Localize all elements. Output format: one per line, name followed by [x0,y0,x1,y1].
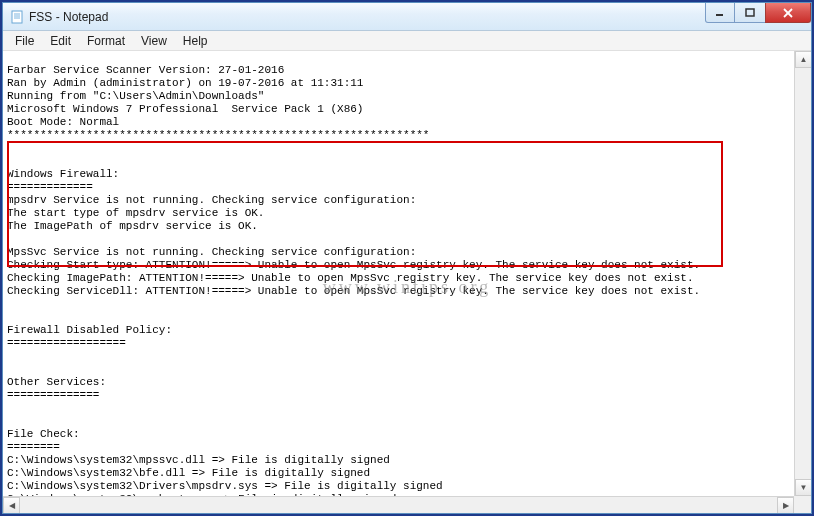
menu-file[interactable]: File [7,32,42,50]
maximize-button[interactable] [735,3,765,23]
minimize-button[interactable] [705,3,735,23]
text-area[interactable]: Farbar Service Scanner Version: 27-01-20… [3,62,811,513]
text-area-wrap: Farbar Service Scanner Version: 27-01-20… [3,51,811,513]
window-controls [705,3,811,23]
horizontal-scrollbar[interactable]: ◀ ▶ [3,496,794,513]
menu-help[interactable]: Help [175,32,216,50]
notepad-window: FSS - Notepad File Edit Format View Help… [2,2,812,514]
scroll-down-button[interactable]: ▼ [795,479,811,496]
notepad-icon [9,9,25,25]
menu-view[interactable]: View [133,32,175,50]
scroll-up-button[interactable]: ▲ [795,51,811,68]
titlebar[interactable]: FSS - Notepad [3,3,811,31]
svg-rect-0 [12,11,22,23]
close-button[interactable] [765,3,811,23]
svg-rect-5 [746,9,754,16]
vertical-scrollbar[interactable]: ▲ ▼ [794,51,811,496]
menu-edit[interactable]: Edit [42,32,79,50]
window-title: FSS - Notepad [29,10,108,24]
menubar: File Edit Format View Help [3,31,811,51]
scroll-right-button[interactable]: ▶ [777,497,794,513]
menu-format[interactable]: Format [79,32,133,50]
scroll-left-button[interactable]: ◀ [3,497,20,513]
scrollbar-corner [794,496,811,513]
